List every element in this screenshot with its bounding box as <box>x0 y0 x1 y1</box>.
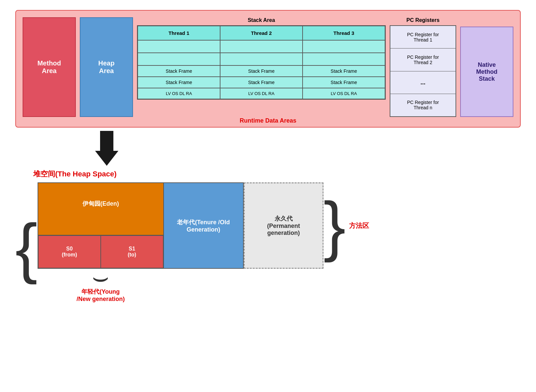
young-gen-brace-section: ⌣ 年轻代(Young /New generation) <box>76 270 125 303</box>
heap-space-container: { 伊甸园(Eden) S0 (from) S1 (to) ⌣ 年轻代(Youn… <box>15 182 521 303</box>
heap-area: Heap Area <box>80 17 133 117</box>
arrow-head <box>95 151 118 166</box>
lv-row: LV OS DL RA LV OS DL RA LV OS DL RA <box>138 88 385 99</box>
stack-section: Stack Area Thread 1 Thread 2 Thread 3 S <box>137 17 386 117</box>
arrow-shaft <box>100 131 113 151</box>
stack-frame-row-1: Stack Frame Stack Frame Stack Frame <box>138 65 385 77</box>
s0-label: S0 (from) <box>62 246 77 257</box>
old-gen-label: 老年代(Tenure /Old Generation) <box>177 218 230 233</box>
empty-cell-3 <box>303 40 385 53</box>
empty-cell-2 <box>220 40 303 53</box>
stack-area-label: Stack Area <box>248 17 275 23</box>
stack-frame-1-3: Stack Frame <box>303 65 385 77</box>
stack-frame-2-1: Stack Frame <box>138 77 220 88</box>
empty-cell-6 <box>303 53 385 65</box>
pc-reg-thread-1: PC Register forThread 1 <box>390 26 456 49</box>
empty-cell-1 <box>138 40 220 53</box>
native-method-stack-box: Native Method Stack <box>460 27 513 117</box>
stack-frame-2-2: Stack Frame <box>220 77 303 88</box>
stack-grid: Thread 1 Thread 2 Thread 3 Stack Frame S… <box>137 25 386 100</box>
lv-cell-1: LV OS DL RA <box>138 88 220 99</box>
pc-reg-thread-2: PC Register forThread 2 <box>390 49 456 71</box>
eden-label: 伊甸园(Eden) <box>82 200 119 207</box>
pc-registers-box: PC Register forThread 1 PC Register forT… <box>390 25 456 117</box>
empty-row-2 <box>138 53 385 65</box>
pc-registers-section: PC Registers PC Register forThread 1 PC … <box>390 17 456 117</box>
s0-cell: S0 (from) <box>38 236 101 268</box>
lv-cell-2: LV OS DL RA <box>220 88 303 99</box>
young-gen-brace: ⌣ <box>92 270 109 284</box>
s1-label: S1 (to) <box>128 246 136 257</box>
empty-row-1 <box>138 40 385 53</box>
runtime-data-areas-label: Runtime Data Areas <box>240 117 296 124</box>
heap-space-title: 堆空间(The Heap Space) <box>13 169 519 179</box>
young-gen-box: 伊甸园(Eden) S0 (from) S1 (to) <box>38 182 164 269</box>
perm-gen-label: 永久代 (Permanent generation) <box>267 215 300 237</box>
heap-area-label: Heap Area <box>98 59 115 75</box>
perm-gen-box: 永久代 (Permanent generation) <box>244 182 324 269</box>
method-area-label: Method Area <box>37 59 61 75</box>
thread-3-header: Thread 3 <box>303 26 385 40</box>
stack-frame-row-2: Stack Frame Stack Frame Stack Frame <box>138 77 385 88</box>
old-gen-box: 老年代(Tenure /Old Generation) <box>164 182 244 269</box>
runtime-data-areas: Method Area Heap Area Stack Area Thread … <box>15 10 521 128</box>
pc-registers-label: PC Registers <box>390 17 456 23</box>
native-method-stack-label: Native Method Stack <box>476 61 497 82</box>
stack-frame-1-2: Stack Frame <box>220 65 303 77</box>
method-area: Method Area <box>23 17 76 117</box>
thread-2-header: Thread 2 <box>220 26 303 40</box>
young-gen-outer: 伊甸园(Eden) S0 (from) S1 (to) ⌣ 年轻代(Young … <box>38 182 164 303</box>
stack-frame-1-1: Stack Frame <box>138 65 220 77</box>
empty-cell-5 <box>220 53 303 65</box>
left-brace: { <box>15 182 38 303</box>
arrow-container <box>15 131 521 166</box>
down-arrow <box>95 131 118 166</box>
thread-header-row: Thread 1 Thread 2 Thread 3 <box>138 26 385 40</box>
right-brace-section: } 方法区 <box>324 182 369 259</box>
lv-cell-3: LV OS DL RA <box>303 88 385 99</box>
young-gen-label: 年轻代(Young /New generation) <box>76 288 125 303</box>
stack-frame-2-3: Stack Frame <box>303 77 385 88</box>
thread-1-header: Thread 1 <box>138 26 220 40</box>
eden-cell: 伊甸园(Eden) <box>38 183 163 236</box>
pc-reg-dots: ... <box>390 71 456 94</box>
fangfa-label: 方法区 <box>349 221 369 230</box>
empty-cell-4 <box>138 53 220 65</box>
pc-reg-thread-n: PC Register forThread n <box>390 94 456 116</box>
s1-cell: S1 (to) <box>101 236 163 268</box>
right-brace: } <box>324 192 346 259</box>
native-method-stack-section: Native Method Stack <box>460 17 513 117</box>
